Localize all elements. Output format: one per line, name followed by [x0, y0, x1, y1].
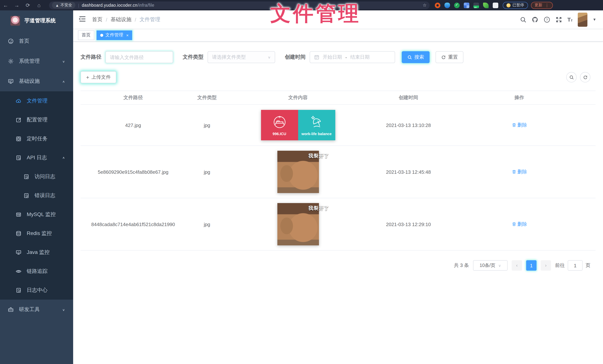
extension-orange-icon[interactable]	[435, 2, 440, 8]
delete-button[interactable]: 删除	[511, 221, 527, 228]
sidebar-item-label: 基础设施	[19, 78, 40, 85]
table-toolbar: + 上传文件	[81, 71, 596, 83]
cell-actions: 删除	[449, 119, 589, 132]
search-button[interactable]: 搜索	[402, 51, 429, 63]
breadcrumb-home[interactable]: 首页	[92, 16, 103, 23]
sidebar-item-14[interactable]: 研发工具∨	[0, 300, 73, 320]
sidebar-item-5[interactable]: 定时任务	[0, 129, 73, 148]
sidebar-item-1[interactable]: 系统管理∨	[0, 51, 73, 71]
file-preview-996-banner[interactable]: 996.ICUwork-life balance	[261, 110, 335, 140]
tag-close-icon[interactable]: ×	[126, 33, 129, 37]
extension-switch-on-icon[interactable]	[473, 2, 479, 8]
delete-button[interactable]: 删除	[511, 122, 527, 128]
delete-label: 删除	[517, 169, 527, 175]
sidebar-item-label: 定时任务	[27, 135, 47, 142]
cell-create-time: 2021-03-13 12:45:48	[368, 166, 449, 178]
security-chip[interactable]: ▲ 不安全	[52, 2, 76, 9]
navbar-actions: ? Tт ▼	[520, 12, 603, 27]
current-page-button[interactable]: 1	[526, 260, 536, 271]
breadcrumb-infra[interactable]: 基础设施	[111, 16, 131, 23]
file-preview-baby-meme[interactable]: 我裂开了	[277, 203, 319, 245]
browser-update-pill[interactable]: 更新 ⋮	[531, 2, 553, 9]
profile-paused-pill[interactable]: 已暂停	[503, 2, 528, 9]
file-path-input[interactable]	[110, 54, 169, 60]
sidebar-item-7[interactable]: 访问日志	[0, 167, 73, 186]
tag-file-manage[interactable]: 文件管理 ×	[96, 30, 132, 40]
cell-file-type: jpg	[186, 119, 228, 131]
trash-icon	[511, 222, 516, 227]
refresh-table-icon[interactable]	[580, 72, 590, 82]
hamburger-icon[interactable]	[79, 15, 86, 23]
sidebar-item-0[interactable]: 首页	[0, 31, 73, 51]
upload-file-button[interactable]: + 上传文件	[81, 71, 116, 83]
page-size-select[interactable]: 10条/页 ∨	[473, 260, 508, 271]
toggle-search-icon[interactable]	[566, 72, 577, 82]
avatar-caret-icon[interactable]: ▼	[593, 17, 596, 22]
docs-question-icon[interactable]: ?	[544, 16, 550, 23]
log-icon	[16, 155, 22, 160]
gear-icon	[8, 58, 14, 64]
browser-reload-icon[interactable]: ⟳	[22, 2, 34, 8]
fullscreen-icon[interactable]	[556, 16, 562, 23]
extension-leaf-icon[interactable]	[483, 2, 489, 8]
cell-file-type: jpg	[186, 218, 228, 230]
banner-996-left: 996.ICU	[261, 110, 298, 140]
next-page-button[interactable]: ›	[541, 260, 551, 271]
header-search-icon[interactable]	[520, 16, 526, 23]
sidebar-logo-row[interactable]: 芋道管理系统	[0, 10, 73, 31]
sidebar-item-9[interactable]: MySQL 监控	[0, 205, 73, 224]
reset-button[interactable]: 重置	[436, 51, 464, 63]
delete-button[interactable]: 删除	[511, 169, 527, 175]
dashboard-icon	[8, 38, 14, 44]
bookmark-star-icon[interactable]: ☆	[423, 3, 427, 8]
toolbox-icon	[8, 307, 14, 313]
create-time-label: 创建时间	[285, 54, 306, 60]
cell-actions: 删除	[449, 218, 589, 231]
github-icon[interactable]	[532, 16, 538, 23]
breadcrumb-separator: /	[106, 17, 107, 23]
breadcrumb-separator: /	[135, 17, 136, 23]
date-range-picker[interactable]: 开始日期 - 结束日期	[310, 51, 395, 63]
cloud-icon	[16, 98, 22, 104]
calendar-icon	[314, 55, 319, 60]
prev-page-button[interactable]: ‹	[512, 260, 522, 271]
sidebar-item-12[interactable]: 链路追踪	[0, 262, 73, 281]
file-preview-baby-meme[interactable]: 我裂开了	[277, 151, 319, 193]
sidebar-item-4[interactable]: 配置管理	[0, 110, 73, 129]
app-title: 芋道管理系统	[24, 17, 56, 24]
goto-page: 前往 页	[555, 260, 590, 271]
sidebar-item-6[interactable]: API 日志∧	[0, 148, 73, 167]
sidebar-item-11[interactable]: Java 监控	[0, 243, 73, 262]
sidebar-item-10[interactable]: Redis 监控	[0, 224, 73, 243]
file-type-select[interactable]: 请选择文件类型 ∨	[208, 51, 275, 63]
browser-menu-icon[interactable]: ⋮	[545, 3, 549, 8]
goto-page-input[interactable]	[568, 260, 583, 271]
sidebar-item-13[interactable]: 日志中心	[0, 281, 73, 300]
search-form: 文件路径 文件类型 请选择文件类型 ∨ 创建时间 开始日期 - 结束日期	[81, 51, 596, 63]
chevron-up-icon: ∧	[62, 80, 65, 83]
sidebar-item-3[interactable]: 文件管理	[0, 91, 73, 110]
cell-file-path: 427.jpg	[81, 119, 186, 131]
extension-blue-icon[interactable]	[444, 2, 450, 8]
tag-home[interactable]: 首页	[78, 30, 94, 40]
sidebar-item-8[interactable]: 错误日志	[0, 186, 73, 205]
sidebar-item-2[interactable]: 基础设施∧	[0, 71, 73, 91]
sidebar-item-label: Java 监控	[27, 249, 50, 256]
extension-green-check-icon[interactable]	[454, 2, 460, 8]
browser-home-icon[interactable]: ⌂	[34, 2, 45, 8]
sidebar-item-label: 文件管理	[27, 97, 47, 104]
reset-button-label: 重置	[448, 54, 458, 60]
extensions-puzzle-icon[interactable]	[493, 2, 498, 8]
tag-active-label: 文件管理	[105, 32, 123, 38]
font-size-icon[interactable]: Tт	[567, 16, 573, 23]
file-path-input-wrap	[105, 51, 173, 63]
browser-address-bar[interactable]: ▲ 不安全 | dashboard.yudao.iocoder.cn/infra…	[49, 1, 429, 9]
table-icon	[16, 211, 22, 217]
sidebar-item-label: 研发工具	[19, 306, 40, 313]
url-path: /infra/file	[137, 3, 154, 7]
user-avatar[interactable]	[578, 12, 587, 27]
browser-forward-icon[interactable]: →	[11, 2, 22, 8]
extension-squares-icon[interactable]	[464, 2, 469, 8]
table-row: 8448cada8c714e4ab61f521c8da21990jpg我裂开了2…	[81, 198, 596, 250]
browser-back-icon[interactable]: ←	[0, 2, 11, 8]
